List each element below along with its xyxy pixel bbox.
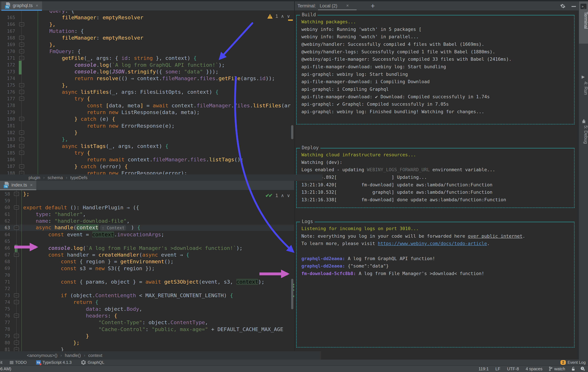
line-number: 172	[0, 62, 17, 67]
code-line: 166 },	[0, 21, 294, 28]
terminal-line: fm-download-5cfc8b8: A log from File Man…	[301, 270, 574, 277]
next-problem-icon[interactable]: ∨	[287, 193, 290, 198]
next-problem-icon[interactable]: ∨	[287, 14, 290, 19]
tool-window-terminal-active[interactable]: >_ Terminal	[579, 1, 588, 44]
indent-setting[interactable]: 4 spaces	[526, 366, 543, 371]
git-branch-widget[interactable]: it	[0, 360, 2, 365]
fold-marker[interactable]	[19, 164, 24, 168]
tool-window-run[interactable]: 4: Run	[579, 81, 588, 95]
line-separator[interactable]: LF	[495, 366, 500, 371]
code-text: Mutation: {	[27, 28, 84, 34]
line-number: 168	[0, 35, 17, 40]
terminal-tab-local[interactable]: Local (2)	[320, 3, 337, 9]
fold-marker[interactable]	[14, 293, 19, 297]
settings-help-widget[interactable]: ?	[580, 366, 585, 371]
fold-marker[interactable]	[14, 300, 19, 304]
editor2-scrollbar[interactable]	[291, 279, 293, 309]
fold-marker[interactable]	[19, 97, 24, 101]
fold-marker[interactable]	[14, 226, 19, 230]
fold-marker[interactable]	[14, 192, 19, 196]
fold-marker[interactable]	[14, 341, 19, 345]
hide-panel-icon[interactable]	[572, 6, 576, 7]
terminal-line: webiny info: Running 'watch' in 5 packag…	[301, 26, 574, 33]
fold-marker[interactable]	[19, 117, 24, 121]
scrollbar-warning-mark[interactable]	[288, 20, 293, 21]
fold-marker[interactable]	[14, 348, 19, 351]
code-line: 64 const event = context.invocationArgs;	[0, 231, 294, 238]
fold-marker[interactable]	[19, 56, 24, 60]
code-text: async listFiles(_, args: FilesListOpts, …	[27, 89, 219, 95]
code-line: 174 return resolve(() ⇒ context.fileMana…	[0, 75, 294, 82]
fold-marker[interactable]	[14, 253, 19, 257]
fold-marker[interactable]	[19, 43, 24, 47]
terminal-line: Note: everything you log in your code wi…	[301, 232, 574, 240]
fold-marker[interactable]	[19, 83, 24, 87]
file-encoding[interactable]: UTF-8	[507, 366, 519, 371]
caret-position[interactable]: 119:1	[479, 366, 489, 371]
new-terminal-tab-button[interactable]: +	[371, 2, 375, 10]
code-line: 168 fileManager: emptyResolver	[0, 34, 294, 41]
breadcrumb-item[interactable]: schema	[48, 175, 63, 180]
line-number: 71	[0, 279, 12, 284]
line-number: 77	[0, 320, 12, 325]
vcs-change-block	[15, 245, 18, 252]
terminal-line: api-file-manager-download: webiny log: S…	[301, 63, 574, 70]
inspections-widget[interactable]: ✔ ✔ 1 ∧ ∨	[265, 192, 290, 198]
code-line: 171 getFile(_, args: { id: string }, con…	[0, 55, 294, 61]
code-line: 76 headers: {	[0, 312, 294, 319]
code-text: "Cache-Control": "public, max-age=" + DE…	[21, 326, 283, 332]
breadcrumb-item[interactable]: plugin	[29, 175, 40, 180]
code-text: return resolve(() ⇒ context.fileManager.…	[27, 75, 275, 82]
gear-icon[interactable]	[560, 3, 566, 9]
code-text: async handle(context: Context ) {	[21, 224, 140, 231]
close-icon[interactable]: ×	[346, 3, 349, 8]
breadcrumb: plugin › schema › typeDefs	[0, 174, 323, 181]
code-line: 175 },	[0, 82, 294, 89]
fold-marker[interactable]	[19, 90, 24, 94]
editor1-scrollbar[interactable]	[291, 125, 293, 139]
close-icon[interactable]: ×	[30, 182, 32, 188]
fold-marker[interactable]	[14, 314, 19, 318]
close-icon[interactable]: ×	[36, 3, 38, 8]
fold-marker[interactable]	[19, 171, 24, 174]
code-line: Query: {	[0, 11, 294, 14]
prev-problem-icon[interactable]: ∧	[281, 193, 284, 198]
fold-marker[interactable]	[14, 205, 19, 210]
fold-marker[interactable]	[19, 144, 24, 148]
tab-graphql-ts[interactable]: TS graphql.ts ×	[1, 1, 42, 10]
fold-marker[interactable]	[14, 334, 19, 338]
tool-window-debug[interactable]: 5: Debug	[579, 125, 588, 144]
lock-widget[interactable]	[571, 367, 575, 371]
code-text: } catch (error) {	[27, 163, 128, 170]
todo-widget[interactable]: TODO	[10, 360, 27, 365]
code-line: 176 async listFiles(_, args: FilesListOp…	[0, 89, 294, 95]
breadcrumb-item[interactable]: typeDefs	[70, 175, 87, 180]
graphql-widget[interactable]: GraphQL	[81, 360, 104, 365]
breadcrumb-item[interactable]: context	[88, 353, 102, 358]
tab-label: graphql.ts	[13, 3, 33, 8]
git-watch-widget[interactable]: watch	[548, 366, 565, 371]
fold-marker[interactable]	[19, 22, 24, 26]
clock-partial-text: 06 AM)	[0, 366, 11, 371]
code-line: 173 console.log(JSON.stringify({ some: "…	[0, 68, 294, 75]
problem-count: 1	[275, 193, 278, 198]
fold-marker[interactable]	[19, 151, 24, 155]
code-line: 67 const handler = createHandler(async e…	[0, 251, 294, 258]
code-text: },	[27, 21, 56, 28]
code-text: fileManager: emptyResolver	[27, 34, 143, 41]
editor-graphql-ts[interactable]: Query: {165 fileManager: emptyResolver16…	[0, 11, 294, 174]
breadcrumb-item[interactable]: handle()	[65, 353, 81, 358]
tab-index-ts[interactable]: TS index.ts ×	[0, 181, 36, 189]
event-log-widget[interactable]: 2 Event Log	[560, 360, 586, 365]
prev-problem-icon[interactable]: ∧	[281, 14, 284, 19]
code-line: 80 };	[0, 339, 294, 346]
fold-marker[interactable]	[19, 137, 24, 141]
fold-marker[interactable]	[19, 131, 24, 134]
typescript-widget[interactable]: TS TypeScript 4.1.3	[36, 360, 72, 365]
breadcrumb-item[interactable]: <anonymous>()	[27, 353, 57, 358]
editor-index-ts[interactable]: 58};5960export default (): HandlerPlugin…	[0, 190, 294, 351]
typescript-icon: TS	[36, 360, 41, 365]
fold-marker[interactable]	[19, 36, 24, 40]
inspections-widget[interactable]: ! 1 ∧ ∨	[267, 13, 290, 19]
fold-marker[interactable]	[19, 49, 24, 53]
